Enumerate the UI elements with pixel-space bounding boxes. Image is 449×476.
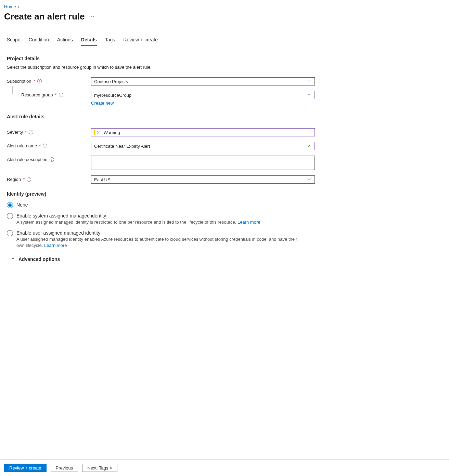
info-icon[interactable]: i [50, 157, 54, 162]
create-new-link[interactable]: Create new [91, 101, 114, 106]
chevron-down-icon [307, 130, 311, 135]
learn-more-link[interactable]: Learn more [238, 220, 260, 225]
identity-user-label: Enable user assigned managed identity [16, 230, 300, 236]
identity-none-label: None [16, 202, 28, 208]
resource-group-dropdown[interactable]: myResourceGroup [91, 91, 315, 99]
region-dropdown[interactable]: East US [91, 175, 315, 184]
advanced-options-label: Advanced options [18, 256, 60, 262]
required-mark: * [39, 143, 41, 148]
identity-heading: Identity (preview) [4, 191, 442, 197]
advanced-options-toggle[interactable]: Advanced options [4, 256, 442, 262]
identity-system-label: Enable system assigned managed identity [16, 213, 260, 219]
info-icon[interactable]: i [43, 144, 47, 148]
tab-actions[interactable]: Actions [57, 37, 73, 46]
next-button[interactable]: Next: Tags > [82, 464, 117, 472]
region-value: East US [94, 177, 111, 182]
info-icon[interactable]: i [37, 79, 42, 83]
breadcrumb-home[interactable]: Home [4, 4, 16, 9]
info-icon[interactable]: i [59, 93, 63, 97]
breadcrumb: Home › [4, 4, 442, 9]
severity-label: Severity [7, 130, 23, 135]
review-create-button[interactable]: Review + create [4, 464, 47, 472]
resource-group-value: myResourceGroup [94, 93, 131, 98]
tab-tags[interactable]: Tags [105, 37, 115, 46]
identity-system-desc: A system assigned managed identity is re… [16, 219, 260, 225]
chevron-down-icon [307, 93, 311, 98]
chevron-right-icon: › [18, 4, 20, 9]
alert-rule-desc-label: Alert rule description [7, 157, 48, 162]
chevron-down-icon [307, 177, 311, 182]
subscription-label: Subscription [7, 79, 31, 84]
required-mark: * [25, 130, 27, 135]
severity-value: 2 - Warning [97, 130, 120, 135]
chevron-down-icon [11, 256, 15, 262]
check-icon: ✓ [307, 143, 311, 149]
resource-group-label: Resource group [21, 92, 53, 97]
alert-rule-desc-input[interactable] [91, 156, 315, 170]
required-mark: * [23, 177, 25, 182]
chevron-down-icon [307, 79, 311, 84]
tab-bar: Scope Condition Actions Details Tags Rev… [4, 37, 442, 46]
info-icon[interactable]: i [27, 177, 31, 182]
project-details-desc: Select the subscription and resource gro… [4, 65, 442, 70]
more-actions-icon[interactable]: ⋯ [89, 13, 95, 20]
severity-dropdown[interactable]: 2 - Warning [91, 128, 315, 136]
alert-rule-name-input[interactable]: Certificate Near Expirty Alert ✓ [91, 142, 315, 150]
region-label: Region [7, 177, 21, 182]
identity-user-radio[interactable] [7, 230, 13, 236]
footer-bar: Review + create Previous Next: Tags > [0, 459, 449, 476]
alert-rule-name-label: Alert rule name [7, 143, 37, 148]
required-mark: * [55, 92, 57, 97]
subscription-value: Contoso Projects [94, 79, 128, 84]
tab-condition[interactable]: Condition [29, 37, 49, 46]
tab-scope[interactable]: Scope [7, 37, 21, 46]
identity-system-radio[interactable] [7, 213, 13, 219]
alert-rule-details-heading: Alert rule details [4, 114, 442, 119]
learn-more-link[interactable]: Learn more [44, 243, 67, 248]
subscription-dropdown[interactable]: Contoso Projects [91, 77, 315, 85]
info-icon[interactable]: i [29, 130, 33, 134]
required-mark: * [34, 79, 35, 84]
tab-details[interactable]: Details [81, 37, 97, 46]
identity-user-desc: A user assigned managed identity enables… [16, 236, 300, 249]
severity-color-bar [94, 130, 95, 135]
identity-none-radio[interactable] [7, 202, 13, 208]
tab-review[interactable]: Review + create [123, 37, 158, 46]
project-details-heading: Project details [4, 56, 442, 61]
tree-line [7, 91, 21, 101]
previous-button[interactable]: Previous [51, 464, 78, 472]
page-title: Create an alert rule [4, 11, 85, 22]
alert-rule-name-value: Certificate Near Expirty Alert [94, 144, 150, 149]
